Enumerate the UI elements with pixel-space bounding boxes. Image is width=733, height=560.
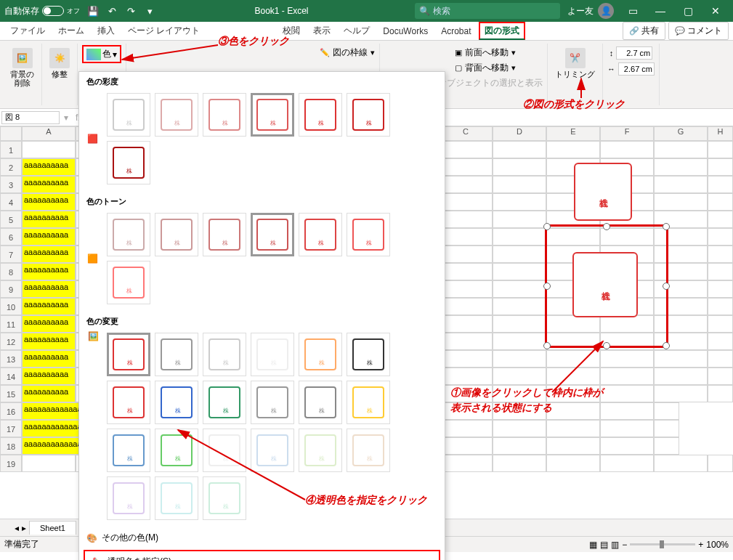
width-input[interactable]: [618, 62, 655, 76]
cell[interactable]: [22, 455, 76, 472]
cell[interactable]: [546, 385, 600, 402]
cell[interactable]: [654, 385, 708, 402]
share-button[interactable]: 🔗 共有: [623, 22, 665, 40]
row-header[interactable]: 6: [0, 228, 22, 245]
zoom-level[interactable]: 100%: [706, 540, 729, 550]
cell[interactable]: [708, 245, 733, 263]
row-header[interactable]: 1: [0, 141, 22, 158]
row-header[interactable]: 12: [0, 333, 22, 350]
cell[interactable]: [493, 402, 546, 420]
cell[interactable]: [546, 141, 600, 158]
cell[interactable]: aaaaaaaaaa: [22, 315, 76, 333]
cell[interactable]: [708, 368, 733, 385]
cell[interactable]: [22, 141, 76, 158]
resize-handle[interactable]: [603, 342, 610, 349]
color-swatch[interactable]: 株: [107, 141, 150, 184]
cell[interactable]: aaaaaaaaaa: [22, 280, 76, 298]
cell[interactable]: [708, 280, 733, 298]
cell[interactable]: [708, 158, 733, 176]
cell[interactable]: aaaaaaaaaa: [22, 158, 76, 176]
cell[interactable]: [708, 455, 733, 472]
color-swatch[interactable]: 株: [299, 333, 342, 376]
cell[interactable]: [654, 193, 708, 211]
cell[interactable]: aaaaaaaaaa: [22, 228, 76, 245]
cell[interactable]: aaaaaaaaaa: [22, 193, 76, 211]
search-input[interactable]: 🔍 検索: [415, 3, 560, 19]
cell[interactable]: [493, 368, 546, 385]
col-header[interactable]: F: [600, 126, 654, 141]
sheet-nav-first-icon[interactable]: ◂: [15, 523, 19, 533]
cell[interactable]: [708, 298, 733, 315]
tab-layout[interactable]: ページ レイアウト: [122, 22, 206, 40]
tab-view[interactable]: 表示: [307, 22, 336, 40]
row-header[interactable]: 8: [0, 263, 22, 280]
cell[interactable]: [493, 437, 546, 455]
color-swatch[interactable]: 株: [203, 476, 246, 520]
cell[interactable]: [439, 298, 493, 315]
select-all-corner[interactable]: [0, 126, 22, 141]
ribbon-opts-icon[interactable]: ▭: [620, 1, 646, 21]
cell[interactable]: [708, 141, 733, 158]
cell[interactable]: [708, 333, 733, 350]
cell[interactable]: [654, 350, 708, 368]
cell[interactable]: [600, 455, 654, 472]
corrections-button[interactable]: ☀️ 修整: [46, 45, 73, 81]
view-normal-icon[interactable]: ▦: [589, 540, 597, 550]
color-swatch[interactable]: 株: [251, 381, 294, 424]
save-icon[interactable]: 💾: [87, 5, 99, 17]
color-swatch[interactable]: 株: [251, 429, 294, 472]
tab-file[interactable]: ファイル: [4, 22, 51, 40]
row-header[interactable]: 11: [0, 315, 22, 333]
cell[interactable]: [654, 368, 708, 385]
row-header[interactable]: 13: [0, 350, 22, 368]
resize-handle[interactable]: [543, 342, 551, 349]
cell[interactable]: [439, 158, 493, 176]
cell[interactable]: [439, 245, 493, 263]
col-header[interactable]: G: [654, 126, 708, 141]
row-header[interactable]: 9: [0, 280, 22, 298]
cell[interactable]: [493, 141, 546, 158]
comment-button[interactable]: 💬 コメント: [668, 22, 729, 40]
row-header[interactable]: 2: [0, 158, 22, 176]
cell[interactable]: [439, 350, 493, 368]
color-swatch[interactable]: 株: [203, 333, 246, 376]
height-input[interactable]: [616, 46, 652, 60]
cell[interactable]: [439, 263, 493, 280]
undo-icon[interactable]: ↶: [106, 5, 118, 17]
cell[interactable]: [600, 420, 654, 437]
cell[interactable]: [546, 368, 600, 385]
cell[interactable]: [546, 350, 600, 368]
cell[interactable]: [708, 350, 733, 368]
color-swatch[interactable]: 株: [299, 429, 342, 472]
color-swatch[interactable]: 株: [155, 381, 198, 424]
stamp-image-selected[interactable]: 株式会社: [572, 252, 638, 317]
color-swatch[interactable]: 株: [155, 429, 198, 472]
color-swatch[interactable]: 株: [251, 333, 294, 376]
cell[interactable]: [654, 420, 679, 437]
cell[interactable]: aaaaaaaaaa: [22, 385, 76, 402]
cell[interactable]: aaaaaaaaaa: [22, 298, 76, 315]
color-swatch[interactable]: 株: [251, 213, 294, 256]
cell[interactable]: [493, 315, 546, 333]
cell[interactable]: [654, 437, 679, 455]
more-colors-item[interactable]: 🎨 その他の色(M): [79, 527, 445, 548]
col-header[interactable]: E: [546, 126, 600, 141]
color-swatch[interactable]: 株: [299, 93, 342, 137]
cell[interactable]: [493, 333, 546, 350]
cell[interactable]: [439, 141, 493, 158]
color-dropdown-button[interactable]: 色 ▾: [82, 45, 121, 63]
color-swatch[interactable]: 株: [203, 381, 246, 424]
cell[interactable]: aaaaaaaaaa: [22, 211, 76, 228]
color-swatch[interactable]: 株: [347, 333, 390, 376]
cell[interactable]: [493, 298, 546, 315]
redo-icon[interactable]: ↷: [125, 5, 137, 17]
cell[interactable]: [708, 385, 733, 402]
cell[interactable]: [493, 228, 546, 245]
resize-handle[interactable]: [663, 283, 670, 290]
color-swatch[interactable]: 株: [107, 213, 150, 256]
col-header[interactable]: C: [439, 126, 493, 141]
sheet-tab[interactable]: Sheet1: [29, 521, 76, 535]
color-swatch[interactable]: 株: [203, 213, 246, 256]
resize-handle[interactable]: [543, 223, 551, 230]
color-swatch[interactable]: 株: [155, 333, 198, 376]
